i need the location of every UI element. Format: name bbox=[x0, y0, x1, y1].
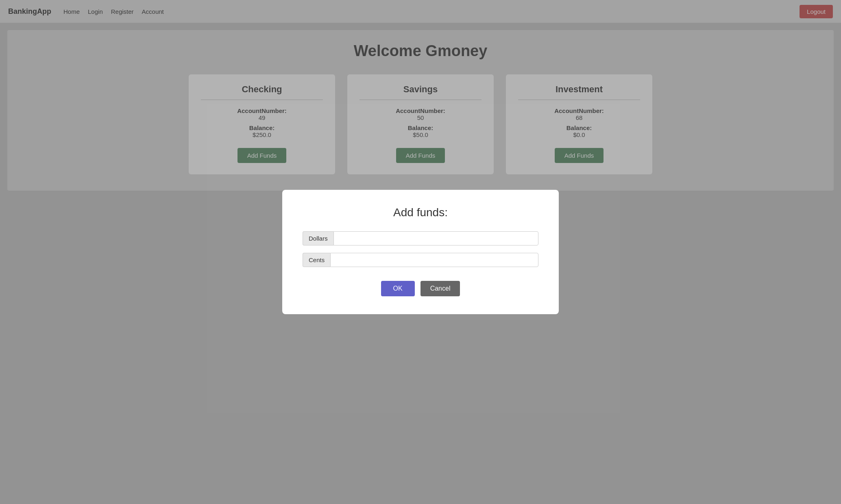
dollars-label: Dollars bbox=[303, 231, 333, 245]
dollars-field: Dollars bbox=[303, 231, 538, 245]
cents-label: Cents bbox=[303, 253, 330, 267]
dollars-input[interactable] bbox=[333, 231, 538, 245]
modal-cancel-button[interactable]: Cancel bbox=[420, 281, 460, 296]
modal-ok-button[interactable]: OK bbox=[381, 281, 415, 296]
cents-field: Cents bbox=[303, 253, 538, 267]
modal-overlay: Add funds: Dollars Cents OK Cancel bbox=[0, 0, 841, 504]
add-funds-modal: Add funds: Dollars Cents OK Cancel bbox=[282, 190, 559, 314]
modal-title: Add funds: bbox=[393, 206, 448, 219]
cents-input[interactable] bbox=[330, 253, 538, 267]
modal-buttons: OK Cancel bbox=[381, 281, 460, 296]
